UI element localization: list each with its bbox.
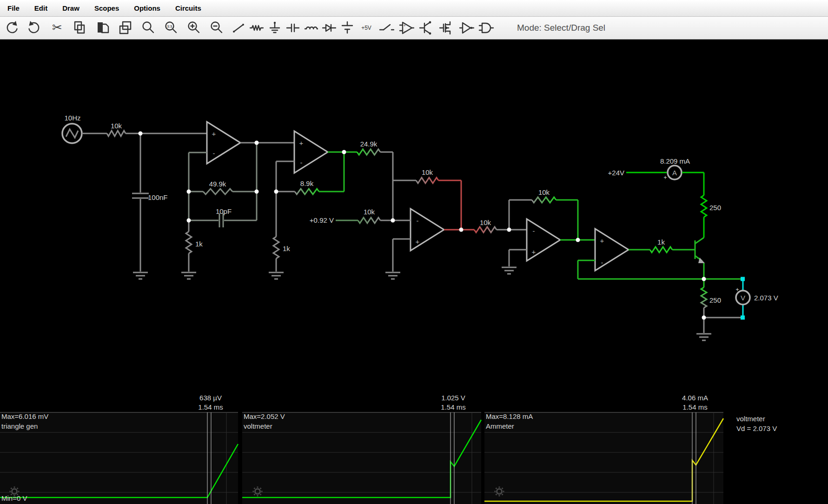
svg-text:V: V: [741, 294, 745, 302]
diode-icon[interactable]: [322, 20, 336, 36]
menu-edit[interactable]: Edit: [27, 4, 55, 12]
scope-panel-3[interactable]: [484, 412, 723, 504]
scope2-name: voltmeter: [244, 422, 272, 430]
ground-symbol[interactable]: [385, 272, 400, 279]
svg-text:+: +: [735, 286, 739, 293]
svg-text:10pF: 10pF: [216, 207, 232, 215]
svg-text:+: +: [600, 237, 604, 245]
ground-symbol[interactable]: [133, 272, 148, 279]
opamp2-input-network[interactable]: 1k: [273, 161, 294, 272]
svg-text:-: -: [213, 149, 215, 157]
supply-24v[interactable]: +24V: [608, 169, 667, 177]
svg-text:1:1: 1:1: [167, 24, 172, 28]
capacitor-100nf[interactable]: 100nF: [132, 133, 168, 272]
ammeter[interactable]: A + 8.209 mA: [660, 157, 704, 181]
voltage-source-icon[interactable]: [340, 20, 354, 36]
and-gate-icon[interactable]: [478, 20, 494, 36]
scope4-name: voltmeter: [736, 415, 765, 423]
transistor-icon[interactable]: [418, 20, 434, 36]
menu-file[interactable]: File: [0, 4, 27, 12]
svg-text:49.9k: 49.9k: [209, 180, 226, 188]
copy-icon[interactable]: [72, 20, 88, 36]
svg-text:2.073 V: 2.073 V: [754, 294, 778, 302]
svg-text:10k: 10k: [538, 188, 550, 196]
cut-icon[interactable]: ✂: [49, 20, 65, 36]
voltmeter-selected[interactable]: V + 2.073 V: [735, 277, 778, 320]
resistor-input-10k[interactable]: 10k: [82, 122, 140, 136]
zoom-out-icon[interactable]: [209, 20, 225, 36]
resistor-base-1k[interactable]: 1k: [629, 238, 695, 252]
toolbar: ✂ 1:1 +5V +-: [0, 17, 828, 40]
zoom-100-icon[interactable]: 1:1: [163, 20, 179, 36]
scope3-max-label: Max=8.128 mA: [486, 412, 533, 420]
svg-text:-: -: [601, 259, 603, 266]
paste-icon[interactable]: [95, 20, 111, 36]
emitter-gnd-wire[interactable]: [704, 318, 741, 333]
svg-text:10k: 10k: [111, 122, 122, 130]
transistor-npn[interactable]: [695, 217, 705, 279]
scope1-cursor-time: 1.54 ms: [198, 403, 223, 411]
resistor-stage4-10k[interactable]: 10k: [474, 219, 527, 232]
svg-text:-: -: [404, 29, 405, 33]
mosfet-icon[interactable]: [438, 20, 454, 36]
circuit-diagram: 10Hz 10k 100nF + -: [62, 114, 778, 340]
scope1-cursor-value: 638 µV: [199, 394, 222, 402]
mode-label: Mode: Select/Drag Sel: [517, 23, 605, 33]
opamp-2[interactable]: + -: [294, 131, 328, 173]
redo-icon[interactable]: [26, 20, 42, 36]
svg-text:10k: 10k: [422, 168, 433, 176]
svg-text:+0.92 V: +0.92 V: [310, 216, 334, 224]
resistor-emitter-250[interactable]: 250: [701, 279, 721, 318]
svg-text:10k: 10k: [364, 208, 375, 216]
wire-icon[interactable]: [232, 20, 245, 36]
inductor-icon[interactable]: [304, 20, 318, 36]
resistor-icon[interactable]: [250, 20, 264, 36]
svg-text:+: +: [532, 248, 536, 256]
resistor-24.9k[interactable]: 24.9k: [357, 140, 393, 220]
duplicate-icon[interactable]: [118, 20, 133, 36]
scope2-cursor-value: 1.025 V: [441, 394, 465, 402]
scope-panel-2[interactable]: [242, 412, 481, 504]
svg-text:+: +: [663, 174, 667, 181]
ground-symbol[interactable]: [269, 272, 284, 279]
menu-scopes[interactable]: Scopes: [87, 4, 126, 12]
ground-symbol[interactable]: [181, 272, 196, 279]
inverter-icon[interactable]: [458, 20, 474, 36]
circuit-canvas[interactable]: 10Hz 10k 100nF + -: [0, 40, 828, 504]
scope3-cursor-time: 1.54 ms: [682, 403, 707, 411]
capacitor-icon[interactable]: [286, 20, 300, 36]
scope3-name: Ammeter: [486, 422, 514, 430]
opamp3-plus-gnd[interactable]: [393, 239, 411, 272]
opamp4-plus-gnd[interactable]: [509, 250, 527, 266]
svg-text:+: +: [416, 238, 420, 245]
svg-text:1k: 1k: [657, 238, 665, 246]
resistor-collector-250[interactable]: 250: [701, 172, 721, 217]
undo-icon[interactable]: [4, 20, 20, 36]
switch-icon[interactable]: [378, 20, 394, 36]
svg-text:8.209 mA: 8.209 mA: [660, 157, 690, 165]
svg-text:✂: ✂: [52, 20, 62, 34]
offset-source[interactable]: +0.92 V 10k: [310, 208, 393, 224]
opamp-1[interactable]: + -: [207, 122, 240, 164]
5v-supply-icon[interactable]: +5V: [358, 20, 374, 36]
resistor-gnd1-1k[interactable]: 1k: [186, 220, 203, 272]
scope2-cursor-time: 1.54 ms: [441, 403, 465, 411]
opamp-3[interactable]: - +: [411, 209, 444, 251]
svg-text:100nF: 100nF: [148, 193, 168, 201]
zoom-in-icon[interactable]: [186, 20, 202, 36]
svg-text:24.9k: 24.9k: [360, 140, 378, 148]
opamp-5[interactable]: + -: [595, 229, 629, 271]
opamp-4[interactable]: - +: [527, 219, 560, 261]
ground-symbol[interactable]: [502, 267, 517, 274]
menu-circuits[interactable]: Circuits: [168, 4, 209, 12]
find-icon[interactable]: [140, 20, 156, 36]
scope4-value: Vd = 2.073 V: [736, 424, 777, 432]
source-10hz[interactable]: 10Hz: [62, 114, 82, 143]
menu-draw[interactable]: Draw: [55, 4, 87, 12]
ground-symbol[interactable]: [696, 334, 711, 340]
menu-options[interactable]: Options: [126, 4, 168, 12]
ground-icon[interactable]: [268, 20, 282, 36]
opamp1-feedback[interactable]: 49.9k 10pF: [189, 143, 257, 227]
op-amp-icon[interactable]: +-: [398, 20, 414, 36]
svg-text:-: -: [417, 217, 419, 225]
